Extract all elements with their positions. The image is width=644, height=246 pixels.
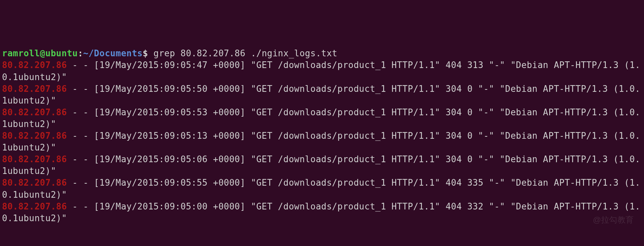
grep-match-ip: 80.82.207.86 xyxy=(2,154,67,164)
terminal-output[interactable]: ramroll@ubuntu:~/Documents$ grep 80.82.2… xyxy=(2,48,642,224)
prompt-path: ~/Documents xyxy=(83,48,143,58)
log-line: - - [19/May/2015:09:05:00 +0000] "GET /d… xyxy=(2,201,640,223)
log-line: - - [19/May/2015:09:05:50 +0000] "GET /d… xyxy=(2,84,640,106)
log-line: - - [19/May/2015:09:05:06 +0000] "GET /d… xyxy=(2,154,640,176)
log-line: - - [19/May/2015:09:05:13 +0000] "GET /d… xyxy=(2,131,640,152)
command-text: grep 80.82.207.86 ./nginx_logs.txt xyxy=(148,48,337,58)
log-line: - - [19/May/2015:09:05:47 +0000] "GET /d… xyxy=(2,60,640,82)
prompt-dollar: $ xyxy=(143,48,148,58)
grep-match-ip: 80.82.207.86 xyxy=(2,131,67,141)
grep-match-ip: 80.82.207.86 xyxy=(2,107,67,117)
prompt-colon: : xyxy=(78,48,83,58)
grep-match-ip: 80.82.207.86 xyxy=(2,178,67,188)
grep-match-ip: 80.82.207.86 xyxy=(2,60,67,70)
prompt-user: ramroll@ubuntu xyxy=(2,48,78,58)
grep-match-ip: 80.82.207.86 xyxy=(2,201,67,211)
grep-match-ip: 80.82.207.86 xyxy=(2,84,67,94)
log-line: - - [19/May/2015:09:05:55 +0000] "GET /d… xyxy=(2,178,640,199)
log-line: - - [19/May/2015:09:05:53 +0000] "GET /d… xyxy=(2,107,640,129)
